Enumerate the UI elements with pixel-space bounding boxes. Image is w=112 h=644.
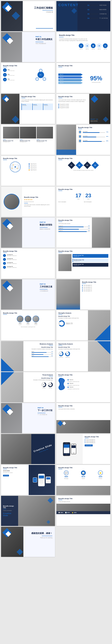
slide-11-title: Beautifu design Title (3, 158, 53, 159)
slide-5-title: Beautifu design Title (3, 65, 53, 66)
slide-16-info: Beautifu design Title Lorem ipsum dolor … (56, 218, 110, 248)
slide-10-title: Beautifu design Title (78, 127, 108, 128)
slide-23-label: Weakness Analysis (32, 343, 53, 345)
slide-26-title: Beautifu design Title (58, 374, 108, 376)
slide-24-label: Opportunity Analysis (58, 343, 80, 345)
svg-text:65%: 65% (49, 384, 51, 385)
slide-21-avatar: Beautifu design Title Name Position Name… (1, 310, 55, 340)
slide-34-stat2: 6570 (67, 512, 70, 513)
slide-27-title: 下一步工作计划 (38, 409, 52, 412)
slide-25-title: Beautifu design Title (33, 378, 53, 379)
slide-21-title: Beautifu design Title (3, 312, 53, 314)
svg-point-8 (59, 321, 64, 326)
slide-10-progress: Beautifu design Title 👤 User Name 75% 👤 … (56, 125, 110, 155)
content-item-2: 02 数据分析报告 (87, 9, 108, 10)
slide-18-title: Beautifu design Title (58, 250, 108, 252)
slide-14-num2: 23 (85, 193, 91, 198)
slide-33-creative2: Beautifu design Title Creative presentat… (1, 496, 55, 526)
slide-20-info: Beautifu design Title Item description 0… (56, 279, 110, 310)
slide-16-title: Beautifu design Title (58, 220, 90, 221)
slide-25-threat: Threat Analysis Beautifu design Title De… (1, 372, 55, 402)
slide-32-stat3: 3254 (99, 476, 102, 478)
slide-23-weakness: Weakness Analysis Beautifu design Title … (1, 341, 55, 371)
slide-1-cover: 工作总结汇报模板 工作总结汇报 (1, 1, 55, 31)
slide-35-en: Thank you for watching (31, 537, 52, 538)
slide-22-title: Beautifu design Title (58, 316, 79, 317)
slide-27-partnum: PART 04 (38, 407, 52, 408)
slide-28-title: Beautifu design Title (58, 405, 108, 406)
slide-28-photobottom: Beautifu design Title Lorem ipsum dolor … (56, 403, 110, 433)
slide-30-title: Beautifu design Title (85, 436, 108, 438)
slide-19-partnum: PART 03 (40, 283, 52, 285)
svg-point-7 (12, 168, 12, 169)
slide-29-creative: Creative Slide Beautifu design Title (1, 434, 55, 464)
slide-34-bottomrow: Beautifu design Title Content descriptio… (56, 496, 110, 526)
slide-12-diamonds: Beautifu design Title 01 02 03 (56, 156, 110, 186)
slide-34-stat3: 3254 (74, 512, 76, 513)
slide-14-num1: 17 (75, 193, 81, 198)
slide-32-stat2: 6570 (82, 476, 85, 478)
slide-32-stat1: 5564 (65, 476, 68, 478)
slide-7-title: Beautifu design Title (22, 96, 53, 97)
slide-13-title: Beautifu design Title (24, 196, 53, 198)
slide-2-contents: CONTENT 01 年度工作总结 02 数据分析报告 03 工作目标计划 04 (56, 1, 110, 31)
svg-text:75%: 75% (67, 354, 69, 354)
slide-17-title: Beautifu design Title (3, 250, 53, 252)
slide-1-subtitle: 工作总结汇报 (34, 11, 53, 13)
slide-3-part01: PART 01 年度工作完成情况 年度工作情况概述总结 (1, 32, 55, 62)
slide-32-title: Beautifu design Title (58, 467, 108, 468)
slide-8-info: Beautifu design Title PART 02 数据分析报告 Lor… (56, 94, 110, 124)
slide-3-subtitle: 年度工作情况概述总结 (36, 43, 52, 44)
slide-5-info: Beautifu design Title ① Title Content te… (1, 63, 55, 93)
slide-24-title: Beautifu design Title (58, 346, 80, 348)
content-item-1: 01 年度工作总结 (87, 4, 108, 6)
slide-2-title: CONTENT (58, 3, 79, 7)
slide-24-opportunity: Opportunity Analysis Beautifu design Tit… (56, 341, 110, 371)
slide-19-part03: PART 03 工作目标之道 工作目标概述总结 (1, 279, 55, 310)
slide-23-title: Beautifu design Title (32, 346, 53, 348)
svg-point-4 (15, 166, 16, 168)
slide-11-globe: Beautifu design Title (1, 156, 55, 186)
slide-25-label: Threat Analysis (33, 374, 53, 376)
slide-22-label: Strengths Analysis (58, 312, 79, 314)
content-item-3: 03 工作目标计划 (87, 13, 108, 15)
slide-15-subtitle: 数据统计分析报告内容 (40, 228, 52, 230)
slide-15-partnum: PART 02 (40, 222, 52, 223)
slide-3-partnum: PART 01 (36, 36, 52, 38)
slide-17-list: Beautifu design Title 1 List Item 01 Des… (1, 248, 55, 278)
slide-35-thankyou: 感谢您的观看，谢谢！ (31, 532, 52, 535)
slide-15-title: 数据分析报告 (40, 224, 52, 226)
slide-9-three: Beautifu design Title Description text B… (1, 125, 55, 155)
svg-text:60%: 60% (60, 354, 62, 354)
slide-1-title: 工作总结汇报模板 (34, 6, 53, 10)
slide-4-info: Beautifu design Title A wonderful sereni… (56, 32, 110, 62)
slide-14-title: Beautifu design Title (58, 188, 108, 190)
slide-6-title: Beautifu design Title (58, 65, 108, 66)
slide-26-wavy: Beautifu design Title Point 01 Descripti… (56, 372, 110, 402)
svg-text:50%: 50% (43, 384, 45, 385)
slide-8-text: Lorem ipsum dolor sit amet, consectetur … (58, 99, 89, 102)
slide-12-title: Beautifu design Title (58, 158, 108, 159)
content-item-4: 04 下一步工作计划 (87, 17, 108, 19)
slide-22-strengths: Strengths Analysis Beautifu design Title… (56, 310, 110, 340)
slide-31-devices: Beautifu design Title SHOW MORE Descript… (1, 465, 55, 495)
slide-3-title: 年度工作完成情况 (36, 38, 52, 41)
slide-35-cover2: 感谢您的观看，谢谢！ Thank you for watching (1, 527, 55, 557)
slide-6-stat: Beautifu design Title Step 01 Step 02 St… (56, 63, 110, 93)
slide-27-part04: PART 04 下一步工作计划 下一步工作目标计划 (1, 403, 55, 433)
slide-4-subtitle: A wonderful serenity has taken possessio… (59, 38, 88, 42)
slide-31-title: Beautifu design Title (3, 467, 27, 468)
svg-point-5 (13, 164, 14, 165)
slide-13-stars: Beautifu design Title ★★★★★ Excellent Pr… (1, 186, 55, 217)
slide-7-blocks: Beautifu design Title Lorem ipsum dolor … (1, 94, 55, 124)
slide-18-blocks2: Beautifu design Title Beautifu design Ti… (56, 248, 110, 278)
slide-30-phones: Beautifu design Title Feature descriptio… (56, 434, 110, 464)
slide-20-title: Beautifu design Title (82, 281, 108, 283)
slide-15-part02: PART 02 数据分析报告 数据统计分析报告内容 (1, 218, 55, 248)
slide-34-stat1: 5564 (60, 512, 63, 513)
slide-33-creative: Creative Slide (3, 512, 16, 516)
slide-19-title: 工作目标之道 (40, 286, 52, 288)
slide-4-title: Beautifu design Title (59, 34, 108, 36)
slide-19-subtitle: 工作目标概述总结 (40, 290, 52, 292)
slide-6-stat: 95% (90, 75, 102, 82)
